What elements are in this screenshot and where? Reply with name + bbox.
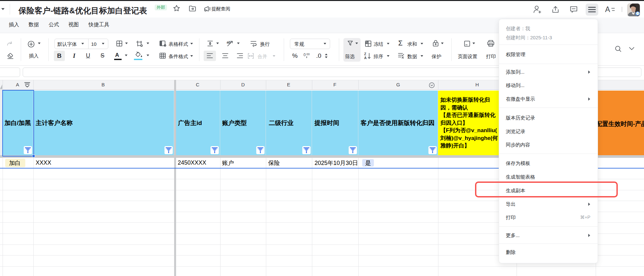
svg-text:A: A — [605, 5, 610, 14]
svg-text:0: 0 — [304, 53, 306, 57]
svg-text:Z: Z — [364, 52, 366, 56]
svg-text:00: 00 — [306, 53, 310, 56]
svg-text:A: A — [364, 56, 367, 60]
